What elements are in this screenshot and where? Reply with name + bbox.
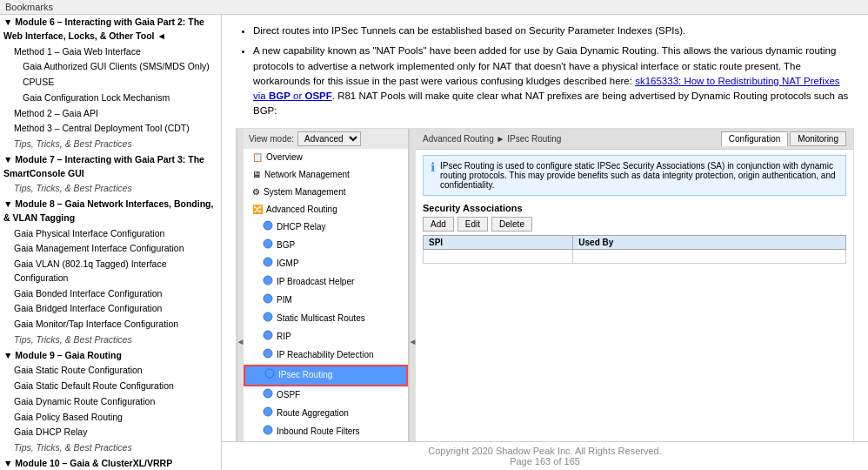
nav-icon-dhcp-relay <box>263 220 273 235</box>
info-box: ℹ IPsec Routing is used to configure sta… <box>423 155 846 196</box>
bookmarks-label: Bookmarks <box>5 2 53 12</box>
nav-label-system-mgmt: System Management <box>264 185 346 199</box>
copyright-text: Copyright 2020 Shadow Peak Inc. All Righ… <box>229 446 861 456</box>
sidebar-item-m6-1-1[interactable]: Gaia Authorized GUI Clients (SMS/MDS Onl… <box>0 59 221 75</box>
nav-item-ip-reachability-detection[interactable]: IP Reachability Detection <box>244 346 408 365</box>
nav-icon-ipsec-routing <box>264 368 275 383</box>
sidebar-item-m7[interactable]: ▼ Module 7 – Interacting with Gaia Part … <box>0 152 221 182</box>
collapse-left[interactable]: ◄ <box>237 129 244 442</box>
nav-label-network-mgmt: Network Management <box>264 168 350 182</box>
sidebar[interactable]: ▼ Module 6 – Interacting with Gaia Part … <box>0 15 222 470</box>
add-button[interactable]: Add <box>423 217 454 232</box>
nav-item-system-mgmt[interactable]: ⚙System Management <box>244 184 408 201</box>
sidebar-item-m6[interactable]: ▼ Module 6 – Interacting with Gaia Part … <box>0 15 221 44</box>
sidebar-item-m6-2[interactable]: Method 2 – Gaia API <box>0 106 221 122</box>
sa-table: SPI Used By <box>423 235 846 264</box>
sidebar-item-m8-5[interactable]: Gaia Bridged Interface Configuration <box>0 301 221 317</box>
sidebar-item-m9-tips[interactable]: Tips, Tricks, & Best Practices <box>0 440 221 456</box>
nav-icon-ip-broadcast-helper <box>263 275 273 290</box>
nav-item-igmp[interactable]: IGMP <box>244 255 408 273</box>
sidebar-item-m6-1-2[interactable]: CPUSE <box>0 75 221 91</box>
nav-item-ospf[interactable]: OSPF <box>244 386 408 405</box>
svg-point-10 <box>264 407 272 416</box>
sidebar-item-m9-5[interactable]: Gaia DHCP Relay <box>0 425 221 440</box>
sidebar-item-m6-1-3[interactable]: Gaia Configuration Lock Mechanism <box>0 91 221 106</box>
sidebar-item-m7-tips[interactable]: Tips, Tricks, & Best Practices <box>0 181 221 197</box>
svg-point-4 <box>264 294 272 303</box>
nav-item-ipsec-routing[interactable]: IPsec Routing <box>244 365 408 386</box>
info-icon: ℹ <box>431 161 435 173</box>
nav-item-inbound-route-filters[interactable]: Inbound Route Filters <box>244 423 408 441</box>
content-scroll[interactable]: Direct routes into IPSec Tunnels can be … <box>222 15 868 441</box>
nav-item-network-mgmt[interactable]: 🖥Network Management <box>244 166 408 184</box>
nav-label-ipsec-routing: IPsec Routing <box>278 368 332 382</box>
config-breadcrumb: Advanced Routing ► IPsec Routing <box>423 134 561 144</box>
screenshot-area: ◄ View mode: Advanced Basic 📋Overview🖥Ne… <box>236 128 854 442</box>
sidebar-item-m6-3[interactable]: Method 3 – Central Deployment Tool (CDT) <box>0 121 221 137</box>
sa-toolbar: Add Edit Delete <box>423 217 846 232</box>
nav-label-inbound-route-filters: Inbound Route Filters <box>277 425 360 439</box>
bullet-1: Direct routes into IPSec Tunnels can be … <box>253 24 854 38</box>
bullet-1-text: Direct routes into IPSec Tunnels can be … <box>253 25 685 36</box>
sidebar-item-m8-6[interactable]: Gaia Monitor/Tap Interface Configuration <box>0 317 221 332</box>
nav-panel-header: View mode: Advanced Basic <box>244 129 408 149</box>
sidebar-item-m9[interactable]: ▼ Module 9 – Gaia Routing <box>0 348 221 364</box>
sidebar-item-m8-1[interactable]: Gaia Physical Interface Configuration <box>0 226 221 242</box>
sidebar-item-m10[interactable]: ▼ Module 10 – Gaia & ClusterXL/VRRP Clus… <box>0 456 221 470</box>
tab-configuration[interactable]: Configuration <box>721 131 788 146</box>
nav-icon-inbound-route-filters <box>263 425 273 440</box>
sidebar-item-m9-3[interactable]: Gaia Dynamic Route Configuration <box>0 394 221 410</box>
delete-button[interactable]: Delete <box>491 217 532 232</box>
sk165333-link[interactable]: sk165333: How to Redistributing NAT Pref… <box>253 76 840 101</box>
main-container: ▼ Module 6 – Interacting with Gaia Part … <box>0 15 868 470</box>
nav-icon-bgp <box>263 238 273 253</box>
sidebar-item-m6-tips[interactable]: Tips, Tricks, & Best Practices <box>0 137 221 152</box>
nav-icon-overview: 📋 <box>252 151 263 164</box>
nav-icon-advanced-routing: 🔀 <box>252 203 263 217</box>
nav-item-pim[interactable]: PIM <box>244 292 408 310</box>
bullet-list: Direct routes into IPSec Tunnels can be … <box>236 24 854 119</box>
sidebar-item-m9-2[interactable]: Gaia Static Default Route Configuration <box>0 379 221 394</box>
nav-items-container: 📋Overview🖥Network Management⚙System Mana… <box>244 149 408 442</box>
svg-point-0 <box>264 221 272 230</box>
nav-label-overview: Overview <box>266 151 303 164</box>
view-mode-select[interactable]: Advanced Basic <box>297 131 361 146</box>
sidebar-item-m8-4[interactable]: Gaia Bonded Interface Configuration <box>0 286 221 302</box>
section-title: Security Associations <box>423 203 846 213</box>
sidebar-item-m9-4[interactable]: Gaia Policy Based Routing <box>0 410 221 426</box>
svg-point-7 <box>264 349 272 358</box>
nav-item-route-aggregation[interactable]: Route Aggregation <box>244 405 408 423</box>
col-used-by: Used By <box>573 235 846 249</box>
nav-item-bgp[interactable]: BGP <box>244 237 408 255</box>
collapse-middle[interactable]: ◄ <box>409 129 416 442</box>
content-area: Direct routes into IPSec Tunnels can be … <box>222 15 868 470</box>
nav-label-rip: RIP <box>277 330 291 344</box>
svg-point-6 <box>264 331 272 339</box>
sidebar-item-m8-3[interactable]: Gaia VLAN (802.1q Tagged) Interface Conf… <box>0 257 221 286</box>
sidebar-item-m8-tips[interactable]: Tips, Tricks, & Best Practices <box>0 332 221 348</box>
sidebar-item-m9-1[interactable]: Gaia Static Route Configuration <box>0 363 221 379</box>
config-panel: Advanced Routing ► IPsec Routing Configu… <box>416 129 853 442</box>
nav-label-route-aggregation: Route Aggregation <box>277 406 349 420</box>
sidebar-item-m8-2[interactable]: Gaia Management Interface Configuration <box>0 241 221 257</box>
svg-point-9 <box>264 389 272 398</box>
tab-monitoring[interactable]: Monitoring <box>790 131 846 146</box>
nav-icon-igmp <box>263 257 273 272</box>
col-spi: SPI <box>424 235 573 249</box>
nav-item-advanced-routing[interactable]: 🔀Advanced Routing <box>244 201 408 218</box>
top-bar: Bookmarks <box>0 0 868 15</box>
nav-icon-network-mgmt: 🖥 <box>252 168 261 182</box>
nav-item-static-multicast-routes[interactable]: Static Multicast Routes <box>244 310 408 328</box>
nav-item-dhcp-relay[interactable]: DHCP Relay <box>244 218 408 237</box>
nav-item-rip[interactable]: RIP <box>244 328 408 346</box>
nav-item-overview[interactable]: 📋Overview <box>244 149 408 166</box>
nav-label-ip-broadcast-helper: IP Broadcast Helper <box>277 275 354 289</box>
bullet-2: A new capability known as "NAT Pools" ha… <box>253 44 854 118</box>
sidebar-item-m6-1[interactable]: Method 1 – Gaia Web Interface <box>0 44 221 60</box>
nav-icon-ip-reachability-detection <box>263 348 273 363</box>
config-header: Advanced Routing ► IPsec Routing Configu… <box>416 129 853 150</box>
nav-item-ip-broadcast-helper[interactable]: IP Broadcast Helper <box>244 273 408 292</box>
sidebar-item-m8[interactable]: ▼ Module 8 – Gaia Network Interfaces, Bo… <box>0 197 221 226</box>
nav-label-ospf: OSPF <box>277 388 300 402</box>
edit-button[interactable]: Edit <box>457 217 488 232</box>
